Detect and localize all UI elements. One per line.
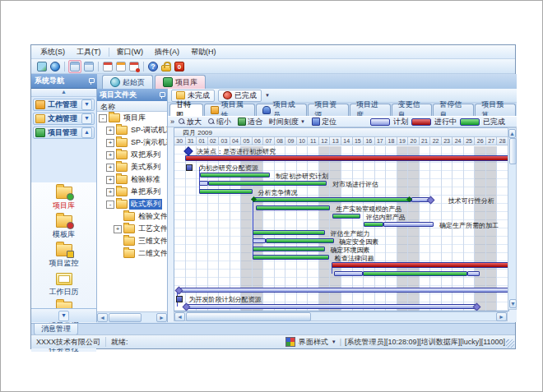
- sidebar-item-project-monitor[interactable]: 项目监控: [31, 240, 96, 269]
- gantt-bar-done[interactable]: [199, 189, 253, 194]
- locate-button[interactable]: 定位: [309, 117, 339, 127]
- sidebar-collapse-button[interactable]: ▲: [31, 89, 96, 97]
- gantt-bar-progress[interactable]: [332, 262, 508, 268]
- exit-button[interactable]: [174, 61, 185, 72]
- gantt-tab-7[interactable]: 暂停信息: [433, 104, 474, 116]
- scroll-thumb[interactable]: [509, 138, 517, 164]
- lock-button[interactable]: [160, 61, 172, 72]
- toolbar-overflow-icon[interactable]: »: [170, 118, 174, 126]
- gantt-bar-lead[interactable]: [253, 238, 266, 243]
- gantt-tab-6[interactable]: 变更信息: [392, 104, 433, 116]
- pin-icon[interactable]: [159, 91, 165, 99]
- gantt-bar-progress[interactable]: [185, 155, 508, 161]
- tree-node[interactable]: +二维文件: [97, 247, 167, 260]
- globe-button[interactable]: [49, 61, 61, 72]
- tree-node[interactable]: +检验文件: [97, 210, 167, 223]
- interface-style-button[interactable]: 界面样式: [299, 337, 328, 348]
- gantt-bar-done[interactable]: [364, 222, 383, 227]
- sidebar-item-work-calendar[interactable]: 工作日历: [31, 269, 96, 297]
- chevron-down-icon[interactable]: ▼: [265, 93, 270, 98]
- tree-node[interactable]: +三维文件: [97, 235, 167, 247]
- calendar-close-button[interactable]: [128, 61, 140, 72]
- gantt-bar-plan[interactable]: [184, 304, 478, 309]
- gantt-tab-4[interactable]: 项目资源: [308, 104, 349, 116]
- sidebar-overflow-button[interactable]: ▼: [31, 308, 96, 322]
- gantt-tab-5[interactable]: 项目进度: [350, 104, 391, 116]
- scroll-thumb[interactable]: [186, 312, 311, 321]
- menu-item-5[interactable]: 帮助(H): [185, 46, 222, 58]
- scroll-right-icon[interactable]: ►: [156, 313, 167, 322]
- sidebar-item-template-library[interactable]: 模板库: [31, 211, 96, 240]
- tree-node[interactable]: -项目库: [97, 112, 167, 124]
- gantt-bar-plan[interactable]: [334, 271, 363, 276]
- chevron-down-icon[interactable]: ▼: [81, 113, 92, 124]
- gantt-bar-done[interactable]: [253, 255, 329, 260]
- zoom-out-button[interactable]: 缩小: [206, 117, 234, 127]
- tree-node[interactable]: +检验标准: [97, 173, 167, 186]
- scroll-up-icon[interactable]: ▲: [508, 129, 516, 138]
- gantt-bar-done[interactable]: [332, 214, 360, 219]
- menu-item-1[interactable]: 系统(S): [35, 46, 71, 58]
- gantt-bar-plan[interactable]: [177, 288, 508, 293]
- expand-icon[interactable]: +: [106, 164, 114, 172]
- dropdown-button[interactable]: 时间刻度▼: [267, 117, 308, 127]
- menu-item-2[interactable]: 工具(T): [71, 46, 107, 58]
- gantt-bar-done[interactable]: [256, 205, 331, 210]
- gantt-vscrollbar[interactable]: ▲ ▼: [508, 127, 517, 310]
- expand-icon[interactable]: +: [106, 188, 114, 196]
- scroll-down-icon[interactable]: ▼: [509, 299, 517, 308]
- gantt-bar-done[interactable]: [253, 247, 325, 251]
- menu-item-4[interactable]: 插件(A): [149, 46, 185, 58]
- tree-node[interactable]: -欧式系列: [97, 198, 167, 210]
- gantt-bar-done[interactable]: [266, 238, 334, 243]
- scroll-left-icon[interactable]: ◄: [174, 312, 185, 321]
- zoom-in-button[interactable]: 放大: [176, 117, 204, 127]
- menu-item-3[interactable]: 窗口(W): [111, 46, 150, 58]
- doc-tab-1[interactable]: 起始页: [102, 75, 153, 89]
- gantt-bar-done[interactable]: [253, 230, 325, 235]
- tree-node[interactable]: +工艺文件: [97, 223, 167, 235]
- expand-icon[interactable]: +: [106, 176, 114, 184]
- pin-icon[interactable]: [88, 77, 94, 85]
- gantt-tab-3[interactable]: 项目成员: [256, 104, 307, 116]
- sidebar-item-project-library[interactable]: 项目库: [31, 182, 96, 211]
- collapse-icon[interactable]: -: [99, 114, 107, 122]
- gantt-tab-1[interactable]: 甘特图: [169, 104, 203, 116]
- gantt-bar-done[interactable]: [208, 181, 327, 186]
- expand-icon[interactable]: +: [114, 225, 122, 233]
- sidebar-group-2[interactable]: 文档管理▼: [33, 113, 95, 125]
- gantt-bar-done[interactable]: [253, 197, 412, 202]
- gantt-bar-lead[interactable]: [199, 181, 208, 186]
- window-cascade-button[interactable]: [83, 61, 95, 72]
- scroll-right-icon[interactable]: ►: [496, 312, 507, 321]
- calendar-orange-button[interactable]: [115, 61, 127, 72]
- collapse-icon[interactable]: -: [106, 201, 114, 209]
- tree-node[interactable]: +SP-调试机系: [97, 124, 167, 136]
- window-new-button[interactable]: [68, 60, 81, 73]
- screen-button[interactable]: [36, 61, 48, 72]
- chevron-up-icon[interactable]: ▲: [81, 127, 92, 138]
- gantt-bar-plan[interactable]: [383, 222, 434, 227]
- task-icon[interactable]: [186, 164, 193, 171]
- gantt-bar-done[interactable]: [200, 173, 270, 178]
- expand-icon[interactable]: +: [106, 127, 114, 135]
- task-icon[interactable]: [176, 296, 183, 302]
- help-button[interactable]: [147, 61, 159, 72]
- tree-hscrollbar[interactable]: ◄ ►: [97, 311, 167, 322]
- expand-icon[interactable]: +: [106, 139, 114, 147]
- scroll-left-icon[interactable]: ◄: [97, 313, 108, 322]
- scroll-thumb[interactable]: [109, 313, 142, 322]
- tree-node[interactable]: +SP-演示机系: [97, 136, 167, 149]
- tree-node[interactable]: +双把系列: [97, 149, 167, 161]
- gantt-bar-done[interactable]: [363, 271, 467, 276]
- tree-node[interactable]: +美式系列: [97, 161, 167, 173]
- sidebar-group-3[interactable]: 项目管理▲: [33, 127, 95, 139]
- message-manager-tab[interactable]: 消息管理: [34, 324, 78, 335]
- gantt-chart-body[interactable]: 决策点：是否进行初步研究为初步研究分配资源制定初步研究计划对市场进行评估分析竞争…: [174, 146, 508, 311]
- tree-column-header[interactable]: 名称: [97, 101, 167, 112]
- doc-tab-2[interactable]: 项目库: [155, 75, 206, 89]
- expand-icon[interactable]: +: [106, 151, 114, 159]
- resize-grip[interactable]: [506, 339, 514, 348]
- gantt-tab-8[interactable]: 项目预算: [475, 104, 516, 116]
- gantt-bar-plan[interactable]: [467, 271, 480, 276]
